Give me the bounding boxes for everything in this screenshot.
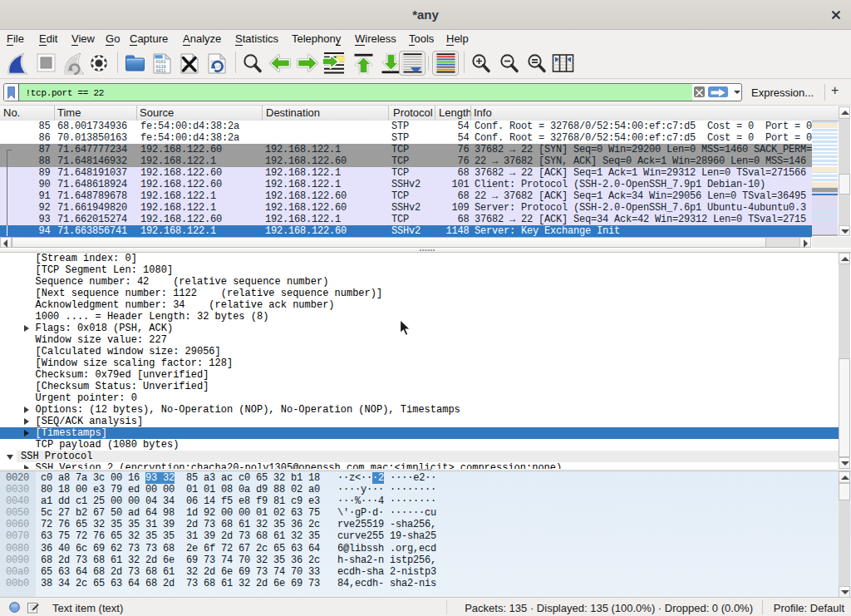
svg-text:0011: 0011 (156, 68, 166, 73)
